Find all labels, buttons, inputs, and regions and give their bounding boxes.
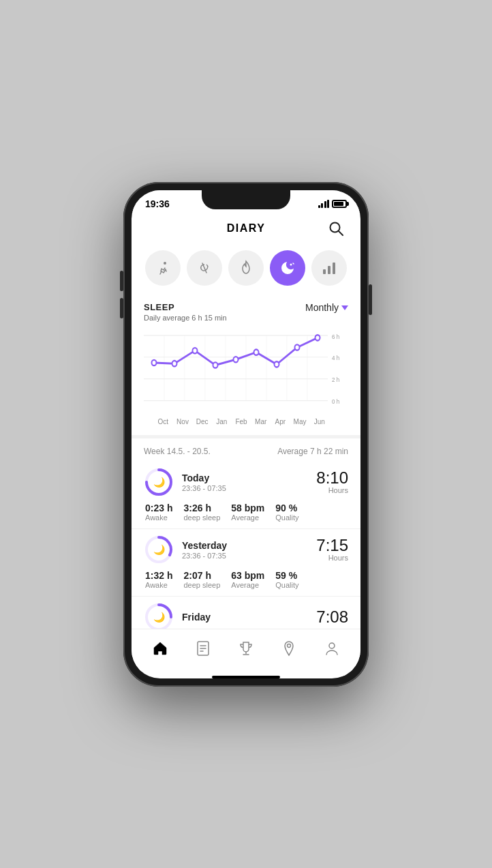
nav-diary[interactable] [188,636,218,661]
signal-icon [318,200,330,208]
sleep-entry-friday[interactable]: 🌙 Friday 7:08 [132,597,360,628]
entry-hours-friday: 7:08 [316,609,348,625]
status-bar: 19:36 [132,190,360,212]
svg-point-45 [329,643,335,648]
stat-label: Average [231,581,264,589]
svg-text:6 h: 6 h [332,332,339,340]
entry-stats-yesterday: 1:32 h Awake 2:07 h deep sleep 63 bpm Av… [144,570,348,589]
volume-down-button[interactable] [120,298,123,318]
sleep-section: SLEEP Daily average 6 h 15 min Monthly [132,295,360,430]
week-label: Week 14.5. - 20.5. [144,447,211,456]
entry-day-yesterday: Yesterday [182,540,308,551]
entry-hours-today: 8:10 [316,470,348,486]
stat-bpm-today: 58 bpm Average [231,503,264,522]
category-sleep[interactable] [270,250,305,286]
svg-rect-5 [328,266,330,274]
stat-value: 1:32 h [145,570,172,581]
sleep-title: SLEEP [144,302,227,312]
category-cycle[interactable] [187,250,222,286]
search-button[interactable] [325,218,347,239]
x-label-may: May [290,418,310,425]
entry-unit-today: Hours [316,486,348,494]
stat-label: deep sleep [183,513,220,522]
sleep-ring-friday: 🌙 [144,602,174,628]
svg-point-44 [288,644,291,647]
stat-label: Awake [145,513,172,522]
chart-x-labels: Oct Nov Dec Jan Feb Mar Apr May Jun [144,416,348,425]
sleep-ring-yesterday: 🌙 [144,535,174,565]
svg-point-3 [290,263,292,265]
nav-profile[interactable] [317,636,347,661]
sleep-chart: 6 h 4 h 2 h 0 h [144,327,348,416]
stat-label: Average [231,513,264,522]
x-label-feb: Feb [232,418,251,425]
header: DIARY [132,212,360,246]
stat-deep-yesterday: 2:07 h deep sleep [183,570,220,589]
svg-text:4 h: 4 h [332,354,339,361]
x-label-dec: Dec [192,418,212,425]
stat-value: 59 % [275,570,298,581]
battery-icon [332,200,347,208]
status-icons [318,200,348,208]
power-button[interactable] [369,284,372,315]
entry-main-today: 🌙 Today 23:36 - 07:35 8:10 Hours [144,467,348,497]
phone-frame: 19:36 DIARY [123,182,369,687]
stat-label: Awake [145,581,172,589]
category-stats[interactable] [311,250,347,286]
svg-point-20 [172,361,177,366]
nav-location[interactable] [274,636,304,661]
svg-point-23 [234,357,239,362]
period-label: Monthly [305,302,339,313]
x-label-mar: Mar [251,418,271,425]
stat-deep-today: 3:26 h deep sleep [183,503,220,522]
entry-main-friday: 🌙 Friday 7:08 [144,602,348,628]
svg-line-1 [339,231,343,235]
sleep-entry-yesterday[interactable]: 🌙 Yesterday 23:36 - 07:35 7:15 Hours 1:3… [132,529,360,597]
stat-value: 3:26 h [183,503,220,513]
nav-trophy[interactable] [231,636,261,661]
stat-label: Quality [275,581,298,589]
week-header: Week 14.5. - 20.5. Average 7 h 22 min [132,438,360,462]
stat-label: Quality [275,513,298,522]
nav-home[interactable] [145,636,175,661]
sleep-title-group: SLEEP Daily average 6 h 15 min [144,302,227,322]
battery-fill [334,202,343,206]
sleep-header: SLEEP Daily average 6 h 15 min Monthly [144,302,348,322]
svg-point-2 [164,262,166,265]
entry-time-today: 23:36 - 07:35 [182,484,308,492]
x-label-apr: Apr [271,418,290,425]
svg-point-19 [152,359,157,365]
stat-quality-today: 90 % Quality [275,503,298,522]
stat-value: 0:23 h [145,503,172,513]
entry-info-yesterday: Yesterday 23:36 - 07:35 [182,540,308,560]
stat-bpm-yesterday: 63 bpm Average [231,570,264,589]
home-indicator [212,676,280,678]
sleep-entry-today[interactable]: 🌙 Today 23:36 - 07:35 8:10 Hours 0:23 h … [132,462,360,529]
entry-duration-yesterday: 7:15 Hours [316,537,348,562]
entry-unit-yesterday: Hours [316,554,348,562]
svg-point-25 [275,361,279,367]
svg-text:🌙: 🌙 [153,477,166,488]
screen-content: DIARY [132,212,360,629]
entry-day-today: Today [182,473,308,483]
notch [202,190,290,209]
x-label-jun: Jun [309,418,329,425]
category-run[interactable] [145,250,181,286]
svg-rect-4 [323,269,326,274]
x-label-jan: Jan [212,418,232,425]
entry-main-yesterday: 🌙 Yesterday 23:36 - 07:35 7:15 Hours [144,535,348,565]
volume-up-button[interactable] [120,271,123,291]
period-dropdown[interactable]: Monthly [305,302,348,313]
dropdown-arrow-icon [341,305,348,310]
entry-stats-today: 0:23 h Awake 3:26 h deep sleep 58 bpm Av… [144,503,348,522]
entry-hours-yesterday: 7:15 [316,537,348,554]
svg-point-27 [316,335,320,340]
svg-text:2 h: 2 h [332,376,339,383]
category-icons [132,246,360,295]
sleep-subtitle: Daily average 6 h 15 min [144,314,227,322]
stat-label: deep sleep [183,581,220,589]
category-calories[interactable] [228,250,264,286]
stat-awake-yesterday: 1:32 h Awake [145,570,172,589]
chart-svg: 6 h 4 h 2 h 0 h [144,327,348,416]
svg-text:0 h: 0 h [332,398,339,405]
